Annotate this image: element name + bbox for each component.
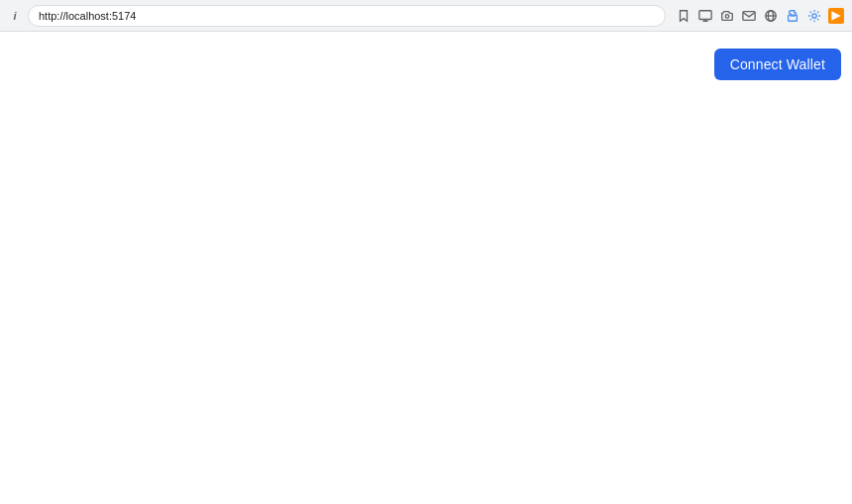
url-text: http://localhost:5174 xyxy=(39,10,136,22)
svg-point-6 xyxy=(812,13,816,17)
browser-bar: i http://localhost:5174 xyxy=(0,0,852,32)
bookmark-icon[interactable] xyxy=(676,8,692,24)
svg-point-1 xyxy=(725,14,729,18)
camera-icon[interactable] xyxy=(719,8,735,24)
info-icon: i xyxy=(8,9,22,23)
page-content: Connect Wallet xyxy=(0,32,852,504)
screen-icon[interactable] xyxy=(697,8,713,24)
extensions-icon[interactable] xyxy=(785,8,800,24)
svg-rect-0 xyxy=(699,10,711,19)
url-bar[interactable]: http://localhost:5174 xyxy=(28,5,666,27)
metamask-icon[interactable] xyxy=(828,8,844,24)
browser-toolbar-icons xyxy=(676,8,844,24)
connect-wallet-button[interactable]: Connect Wallet xyxy=(714,49,841,80)
globe-icon[interactable] xyxy=(763,8,779,24)
settings-icon[interactable] xyxy=(806,8,822,24)
svg-rect-2 xyxy=(743,11,755,20)
mail-icon[interactable] xyxy=(741,8,757,24)
